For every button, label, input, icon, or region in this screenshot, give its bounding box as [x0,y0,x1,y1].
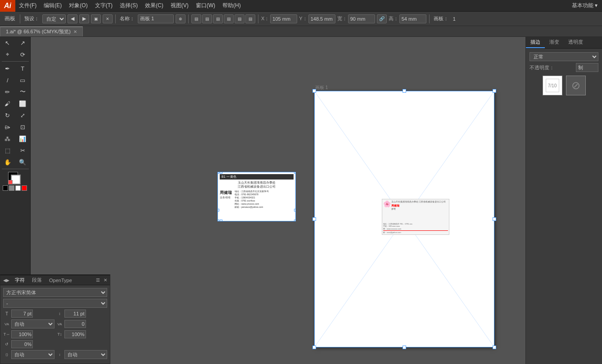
link-wh-btn[interactable]: 🔗 [377,14,387,23]
tab-close-btn[interactable]: ✕ [73,29,77,34]
blend-mode-select[interactable]: 正常 [530,52,598,61]
symbol-tool[interactable]: ⁂ [0,133,15,144]
type-tool[interactable]: T [15,63,31,74]
leading-input[interactable] [64,310,86,318]
lasso-tool[interactable]: ⌖ [0,49,15,60]
tab-transparency[interactable]: 透明度 [564,37,588,48]
menu-edit[interactable]: 编辑(E) [40,0,65,11]
menu-select[interactable]: 选择(S) [116,0,141,11]
menu-view[interactable]: 视图(V) [167,0,192,11]
card-title: 业务维维 [220,196,232,200]
align-center-btn[interactable]: ▤ [202,14,212,23]
char-tab-para[interactable]: 段落 [30,277,44,283]
font-style-row: - [3,299,107,308]
rect-tool[interactable]: ▭ [15,74,31,86]
hand-tool[interactable]: ✋ [0,156,15,168]
align-top-btn[interactable]: ▤ [224,14,234,23]
eraser-tool[interactable]: ⬜ [15,98,31,109]
direct-select-tool[interactable]: ↗ [15,37,31,49]
select-tool[interactable]: ↖ [0,37,15,49]
artboard-handle-tr[interactable] [493,89,496,93]
panel-close-icon[interactable]: ✕ [104,278,107,283]
artboard-handle-bl[interactable] [312,346,316,349]
preset-select[interactable]: 自定 [42,14,66,23]
smooth-tool[interactable]: 〜 [15,86,31,98]
align-vcenter-btn[interactable]: ▤ [235,14,244,23]
char-tab-char[interactable]: 字符 [13,277,27,283]
magic-wand-tool[interactable]: ⟳ [15,49,31,60]
artboard-next-btn[interactable]: ▶ [79,14,89,23]
menu-effect[interactable]: 效果(C) [141,0,167,11]
free-transform-tool[interactable]: ⊡ [15,121,31,133]
red-swatch[interactable] [22,185,27,191]
menu-type[interactable]: 文字(T) [91,0,116,11]
artboard-num-label: 画板： [432,15,450,22]
h-input[interactable] [399,14,426,23]
artboard-add-btn[interactable]: ▣ [91,14,101,23]
slice-tool[interactable]: ✂ [15,144,31,156]
vscale-input[interactable] [64,330,86,338]
artboard-name-input[interactable] [138,14,174,23]
artboard-card: 🌸 玉山天长集团淮南昌办事处 江西省机械设备进出口公司 周健瑞 参维 地址：江西… [382,199,449,235]
line-tool[interactable]: / [0,74,15,86]
font-style-select[interactable]: - [3,299,107,308]
opacity-input[interactable] [576,63,598,72]
panel-menu-icon[interactable]: ☰ [96,278,100,283]
artboard-handle-mr[interactable] [493,217,496,221]
rotate-tool[interactable]: ↻ [0,109,15,121]
card-contact-line5: 网站：www.yrxxxxx.com [235,202,269,206]
auto-label-2: ↕ [56,353,63,357]
auto-select-2[interactable]: 自动 [64,350,108,359]
gray-swatch[interactable] [9,185,14,191]
artboard-handle-bm[interactable] [403,346,406,349]
menu-file[interactable]: 文件(F) [15,0,40,11]
w-input[interactable] [348,14,375,23]
artboard-handle-tm[interactable] [403,89,406,93]
workspace-switcher[interactable]: 基本功能 ▾ [572,2,602,9]
blend-preview-empty[interactable]: ⊘ [566,76,586,95]
small-card[interactable]: B1 一 黄色 玉山天长集团淮南昌办事处 江西省机械设备进出口公司 周健瑞 业务… [217,172,296,221]
align-left-btn[interactable]: ▤ [191,14,201,23]
blend-preview-fill[interactable]: 7/10 [543,76,562,95]
white-swatch[interactable] [15,185,21,191]
font-size-input[interactable] [11,310,33,318]
pen-tool[interactable]: ✒ [0,63,15,74]
none-swatch[interactable] [8,180,13,184]
char-tab-opentype[interactable]: OpenType [47,278,74,283]
document-tab[interactable]: 1.ai* @ 66.67% (CMYK/预览) ✕ [0,27,83,36]
artboard-handle-tl[interactable] [312,89,316,93]
panel-collapse-icon[interactable]: ◀▶ [3,278,9,283]
font-family-select[interactable]: 方正书宋简体 [3,288,107,297]
artboard-card-contact: 地址：江西省南昌市 TEL：0791-xxx 手机：139 xxxx xxxx … [383,223,448,234]
graph-tool[interactable]: 📊 [15,133,31,144]
kerning-select[interactable]: 自动 [11,319,54,328]
menu-window[interactable]: 窗口(W) [192,0,219,11]
coords-link-btn[interactable]: ⊕ [176,14,186,23]
tab-gradient[interactable]: 渐变 [545,37,564,48]
vscale-label: T↕ [56,332,63,337]
align-bottom-btn[interactable]: ▤ [245,14,255,23]
rotate-input[interactable] [11,340,33,348]
paint-tool[interactable]: 🖌 [0,98,15,109]
tab-stroke[interactable]: 描边 [526,37,545,48]
align-right-btn[interactable]: ▤ [213,14,223,23]
acard-c4: 邮：xxxx@yahoo.com [383,230,448,234]
y-input[interactable] [308,14,335,23]
zoom-tool[interactable]: 🔍 [15,156,31,168]
artboard-prev-btn[interactable]: ◀ [68,14,77,23]
black-swatch[interactable] [3,185,8,191]
color-swatches [3,185,27,191]
artboard-handle-ml[interactable] [312,217,316,221]
scale-tool[interactable]: ⤢ [15,109,31,121]
tracking-input[interactable] [64,320,86,328]
menu-help[interactable]: 帮助(H) [219,0,244,11]
warp-tool[interactable]: ⌲ [0,121,15,133]
menu-object[interactable]: 对象(O) [65,0,91,11]
artboard-tool[interactable]: ⬚ [0,144,15,156]
x-input[interactable] [270,14,297,23]
auto-select-1[interactable]: 自动 [11,350,54,359]
artboard-delete-btn[interactable]: ✕ [103,14,113,23]
hscale-input[interactable] [11,330,33,338]
pencil-tool[interactable]: ✏ [0,86,15,98]
artboard-handle-br[interactable] [493,346,496,349]
